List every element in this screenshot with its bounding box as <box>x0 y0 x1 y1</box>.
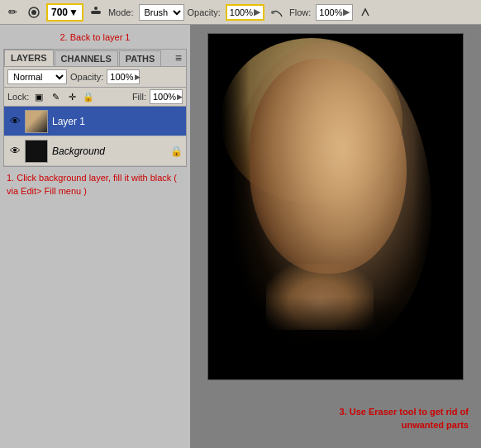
brush-tool-button[interactable] <box>25 3 43 21</box>
layers-panel: LAYERS CHANNELS PATHS ≡ Normal Opacity: … <box>3 49 187 167</box>
layers-options: Normal Opacity: 100% ▶ <box>4 67 186 88</box>
fill-arrow: ▶ <box>177 93 183 101</box>
lock-paint-button[interactable]: ✎ <box>49 90 62 103</box>
opacity-value: 100% <box>230 7 253 17</box>
brush-size-box[interactable]: 700 ▼ <box>46 3 83 21</box>
tab-channels[interactable]: CHANNELS <box>55 50 118 66</box>
lock-label: Lock: <box>7 92 29 102</box>
fill-label: Fill: <box>132 92 146 102</box>
flow-arrow: ▶ <box>343 7 350 17</box>
lock-all-button[interactable]: 🔒 <box>82 90 95 103</box>
layers-panel-menu-icon[interactable]: ≡ <box>171 50 186 66</box>
fill-input[interactable]: 100% ▶ <box>150 89 183 104</box>
svg-rect-2 <box>91 11 101 14</box>
brush-options-button[interactable] <box>87 3 105 21</box>
layer1-name: Layer 1 <box>52 116 183 127</box>
toolbar: ✏ 700 ▼ Mode: Brush Opacity: 100% ▶ Flow… <box>0 0 481 25</box>
background-thumb-image <box>26 141 47 162</box>
opacity-row-label: Opacity: <box>70 72 103 82</box>
tablet-pressure-button[interactable] <box>356 3 374 21</box>
left-panel: 2. Back to layer 1 LAYERS CHANNELS PATHS… <box>0 25 190 448</box>
opacity-input[interactable]: 100% ▶ <box>107 69 140 84</box>
layer1-thumbnail <box>25 110 48 133</box>
background-lock-icon: 🔒 <box>170 145 183 157</box>
photo-canvas <box>207 33 464 380</box>
lock-transparent-button[interactable]: ▣ <box>32 90 45 103</box>
layer-row-background[interactable]: 👁 Background 🔒 <box>4 136 186 166</box>
mode-label: Mode: <box>108 7 134 17</box>
flow-label: Flow: <box>289 7 311 17</box>
airbrush-button[interactable] <box>268 3 286 21</box>
brush-size-arrow: ▼ <box>69 7 79 18</box>
flow-input-box[interactable]: 100% ▶ <box>316 4 353 21</box>
opacity-row-arrow: ▶ <box>135 73 140 81</box>
flow-value: 100% <box>319 7 342 17</box>
portrait-bottom-fade <box>208 297 463 379</box>
opacity-arrow: ▶ <box>254 7 260 17</box>
tab-layers[interactable]: LAYERS <box>4 50 54 66</box>
layer1-visibility-icon[interactable]: 👁 <box>7 114 22 129</box>
layers-lock-row: Lock: ▣ ✎ ✛ 🔒 Fill: 100% ▶ <box>4 88 186 107</box>
lock-move-button[interactable]: ✛ <box>65 90 79 103</box>
tab-paths[interactable]: PATHS <box>119 50 162 66</box>
step2-annotation: 2. Back to layer 1 <box>0 28 190 49</box>
step1-text: 1. Click background layer, fill it with … <box>7 173 177 195</box>
opacity-row-value: 100% <box>110 72 133 82</box>
layers-tabs: LAYERS CHANNELS PATHS ≡ <box>4 50 186 67</box>
layers-list: 👁 Layer 1 👁 Background 🔒 <box>4 107 186 166</box>
layer-row-layer1[interactable]: 👁 Layer 1 <box>4 107 186 136</box>
eraser-tool-button[interactable]: ✏ <box>3 3 21 21</box>
background-thumbnail <box>25 140 48 163</box>
step1-annotation: 1. Click background layer, fill it with … <box>0 167 190 199</box>
blend-mode-dropdown[interactable]: Normal <box>7 69 67 84</box>
fill-value: 100% <box>153 92 176 102</box>
opacity-label: Opacity: <box>188 7 221 17</box>
layer1-thumb-image <box>26 111 47 132</box>
opacity-input-box[interactable]: 100% ▶ <box>226 4 264 21</box>
svg-point-1 <box>31 10 36 15</box>
mode-dropdown[interactable]: Brush <box>139 4 184 21</box>
brush-size-value: 700 <box>51 7 68 18</box>
canvas-area: 3. Use Eraser tool to get rid of unwante… <box>190 25 481 448</box>
svg-point-4 <box>271 11 274 14</box>
step3-annotation: 3. Use Eraser tool to get rid of unwante… <box>320 406 469 431</box>
svg-point-3 <box>94 7 98 10</box>
background-visibility-icon[interactable]: 👁 <box>7 144 22 159</box>
main-area: 2. Back to layer 1 LAYERS CHANNELS PATHS… <box>0 25 481 448</box>
background-name: Background <box>52 145 168 157</box>
